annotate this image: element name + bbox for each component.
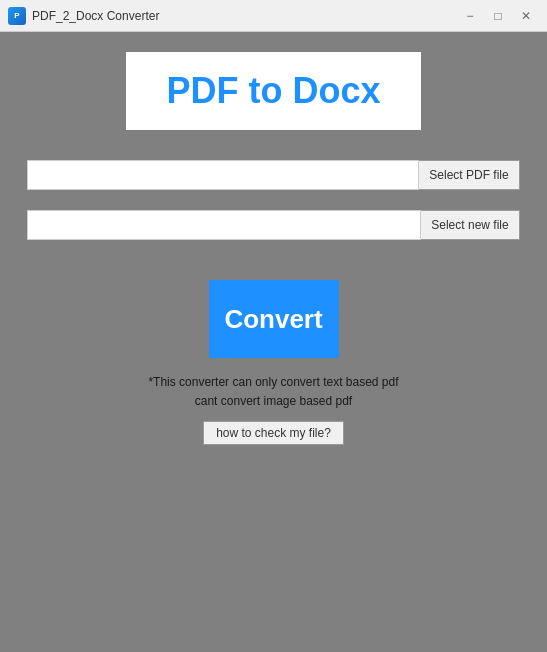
select-pdf-button[interactable]: Select PDF file — [419, 160, 519, 190]
title-bar: P PDF_2_Docx Converter − □ ✕ — [0, 0, 547, 32]
select-new-file-button[interactable]: Select new file — [421, 210, 519, 240]
notice-text: *This converter can only convert text ba… — [148, 373, 398, 411]
convert-button-label: Convert — [224, 304, 322, 335]
app-icon: P — [8, 7, 26, 25]
minimize-button[interactable]: − — [457, 6, 483, 26]
new-file-input-row: Select new file — [27, 210, 519, 240]
notice-line2: cant convert image based pdf — [148, 392, 398, 411]
notice-line1: *This converter can only convert text ba… — [148, 373, 398, 392]
title-bar-left: P PDF_2_Docx Converter — [8, 7, 159, 25]
maximize-button[interactable]: □ — [485, 6, 511, 26]
banner-title: PDF to Docx — [166, 70, 380, 111]
check-file-button[interactable]: how to check my file? — [203, 421, 344, 445]
title-bar-controls: − □ ✕ — [457, 6, 539, 26]
app-title: PDF_2_Docx Converter — [32, 9, 159, 23]
main-window: PDF to Docx Select PDF file Select new f… — [0, 32, 547, 652]
banner: PDF to Docx — [126, 52, 420, 130]
pdf-file-input[interactable] — [27, 160, 419, 190]
new-file-input[interactable] — [27, 210, 421, 240]
close-button[interactable]: ✕ — [513, 6, 539, 26]
pdf-input-row: Select PDF file — [27, 160, 519, 190]
convert-button[interactable]: Convert — [209, 280, 339, 358]
